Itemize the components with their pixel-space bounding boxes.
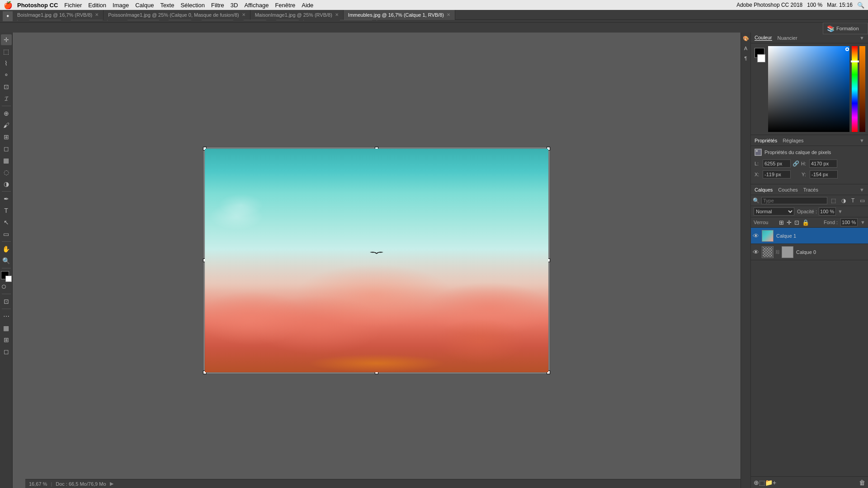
tab-poisson[interactable]: PoissonImage1.jpg @ 25% (Calque 0, Masqu… (104, 10, 250, 20)
hue-slider[interactable] (852, 46, 858, 132)
tab-reglages[interactable]: Réglages (783, 138, 803, 143)
search-button[interactable]: 🔍 (857, 2, 864, 9)
menu-selection[interactable]: Sélection (180, 2, 204, 9)
zoom-tool[interactable]: 🔍 (1, 255, 12, 266)
clone-tool[interactable]: ⊞ (1, 131, 12, 142)
eyedropper-tool[interactable]: 𝓘 (1, 93, 12, 104)
clock: Mar. 15:16 (827, 2, 853, 8)
properties-header: Propriétés Réglages ▼ (751, 135, 868, 146)
tab-proprietes[interactable]: Propriétés (755, 138, 777, 143)
tab-bois[interactable]: BoisImage1.jpg @ 16,7% (RVB/8)✕ (13, 10, 104, 20)
menu-fichier[interactable]: Fichier (64, 2, 82, 9)
screen-mode-btn[interactable]: ⊡ (1, 296, 12, 307)
layer-vis-calque1[interactable]: 👁 (753, 232, 759, 239)
status-arrow[interactable]: ▶ (110, 481, 113, 487)
app-name: Photoshop CC (17, 2, 58, 9)
props-x-input[interactable] (763, 170, 791, 178)
menu-fenetre[interactable]: Fenêtre (275, 2, 295, 9)
layers-filter-text[interactable]: T (849, 197, 856, 205)
tab-immeubles[interactable]: Immeubles.jpg @ 16,7% (Calque 1, RVB/8)✕ (344, 10, 455, 20)
fill-expand[interactable]: ▼ (860, 220, 865, 225)
crop-tool[interactable]: ⊡ (1, 81, 12, 92)
color-mini-btn[interactable]: 🎨 (742, 34, 750, 42)
gradient-tool[interactable]: ▦ (1, 155, 12, 166)
blur-tool[interactable]: ◌ (1, 167, 12, 178)
pen-tool[interactable]: ✒ (1, 193, 12, 204)
tool-options-icon[interactable]: ✦ (3, 11, 13, 21)
menu-texte[interactable]: Texte (160, 2, 174, 9)
healing-tool[interactable]: ⊕ (1, 108, 12, 119)
new-group-btn[interactable]: 📁 (765, 479, 773, 486)
layers-panel-collapse[interactable]: ▼ (859, 187, 864, 192)
fill-input[interactable] (840, 218, 858, 226)
layers-toolbar: 🔍 ⬚ ◑ T ▭ ★ ● (751, 195, 868, 206)
tab-calques[interactable]: Calques (755, 187, 773, 192)
color-mode-buttons (2, 285, 11, 291)
tab-couleur[interactable]: Couleur (755, 35, 772, 41)
lock-all-icon[interactable]: 🔒 (802, 219, 809, 226)
move-tool[interactable]: ✛ (1, 34, 12, 45)
menu-image[interactable]: Image (113, 2, 129, 9)
blend-mode-select[interactable]: Normal (754, 207, 794, 216)
doc-info: Doc : 66,5 Mo/76,9 Mo (56, 481, 106, 487)
layer-row-calque1[interactable]: 👁 Calque 1 (751, 228, 868, 244)
canvas-area[interactable]: 16,67 % | Doc : 66,5 Mo/76,9 Mo ▶ (13, 33, 741, 488)
add-layer-style-btn[interactable]: ⊕ (754, 479, 759, 486)
layers-filter-adj[interactable]: ◑ (840, 197, 848, 205)
extra-tools-2[interactable]: ▦ (1, 323, 12, 333)
add-mask-btn[interactable]: ⬚ (759, 479, 765, 486)
opacity-slider[interactable] (859, 46, 865, 132)
lock-artboard-icon[interactable]: ⊡ (794, 219, 799, 226)
quick-mask-btn[interactable] (2, 285, 6, 289)
fg-bg-swatch[interactable] (754, 48, 765, 62)
props-y-input[interactable] (810, 170, 838, 178)
layers-list: 👁 Calque 1 👁 ⛓ Calque 0 (751, 228, 868, 476)
path-select-tool[interactable]: ↖ (1, 217, 12, 228)
tab-couches[interactable]: Couches (778, 187, 797, 192)
extra-tools-3[interactable]: ⊞ (1, 334, 12, 345)
props-panel-collapse[interactable]: ▼ (859, 138, 864, 143)
color-panel-collapse[interactable]: ▼ (859, 35, 864, 41)
lock-checkerboard-icon[interactable]: ⊞ (779, 219, 784, 226)
props-h-input[interactable] (809, 160, 837, 168)
extra-tools-1[interactable]: ⋯ (1, 311, 12, 322)
para-mini-btn[interactable]: ¶ (742, 54, 750, 62)
menu-aide[interactable]: Aide (302, 2, 313, 9)
char-mini-btn[interactable]: A (742, 44, 750, 52)
text-tool[interactable]: T (1, 205, 12, 216)
eraser-tool[interactable]: ◻ (1, 143, 12, 154)
layer-row-calque0[interactable]: 👁 ⛓ Calque 0 (751, 244, 868, 260)
delete-layer-btn[interactable]: 🗑 (859, 479, 865, 486)
tab-maison[interactable]: MaisonImage1.jpg @ 25% (RVB/8)✕ (250, 10, 344, 20)
quick-select-tool[interactable]: ⚬ (1, 70, 12, 80)
layers-filter-shape[interactable]: ▭ (858, 197, 867, 205)
menu-3d[interactable]: 3D (231, 2, 238, 9)
lock-move-icon[interactable]: ✛ (787, 219, 792, 226)
link-dimensions-icon[interactable]: 🔗 (793, 160, 799, 167)
layers-search-input[interactable] (761, 197, 827, 204)
opacity-expand[interactable]: ▼ (838, 209, 843, 214)
shape-tool[interactable]: ▭ (1, 229, 12, 239)
menu-affichage[interactable]: Affichage (244, 2, 269, 9)
props-l-input[interactable] (763, 160, 791, 168)
fg-bg-colors[interactable] (1, 271, 12, 282)
new-layer-btn[interactable]: + (773, 479, 776, 486)
lasso-tool[interactable]: ⌇ (1, 58, 12, 69)
color-gradient-picker[interactable] (768, 46, 849, 132)
opacity-input[interactable] (819, 207, 836, 216)
menu-calque[interactable]: Calque (135, 2, 154, 9)
layers-filter-pixel[interactable]: ⬚ (829, 197, 838, 205)
apple-menu[interactable]: 🍎 (4, 1, 13, 9)
brush-tool[interactable]: 🖌 (1, 120, 12, 131)
formation-label[interactable]: Formation (836, 26, 859, 31)
marquee-tool[interactable]: ⬚ (1, 46, 12, 57)
menu-edition[interactable]: Edition (88, 2, 106, 9)
extra-tools-4[interactable]: ◻ (1, 346, 12, 357)
menu-filtre[interactable]: Filtre (211, 2, 224, 9)
tab-nuancier[interactable]: Nuancier (778, 35, 797, 41)
status-bar: 16,67 % | Doc : 66,5 Mo/76,9 Mo ▶ (25, 479, 741, 488)
layer-vis-calque0[interactable]: 👁 (753, 249, 759, 256)
tab-traces[interactable]: Tracés (803, 187, 818, 192)
dodge-tool[interactable]: ◑ (1, 178, 12, 189)
hand-tool[interactable]: ✋ (1, 244, 12, 254)
